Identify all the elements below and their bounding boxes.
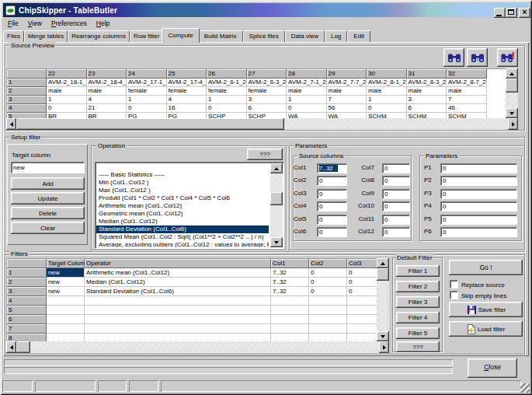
delete-button[interactable]: Delete <box>11 207 85 219</box>
preview-cell[interactable]: male <box>327 87 367 96</box>
operation-item[interactable]: Produkt (Col1 * Col2 * Col3 * Col4 * Col… <box>96 194 269 202</box>
filters-cell-col1[interactable] <box>271 334 309 341</box>
preview-cell[interactable]: male <box>47 87 87 96</box>
source-col-input-col2[interactable]: 0 <box>317 176 347 186</box>
filters-cell-col1[interactable] <box>271 324 309 334</box>
find-next-button[interactable] <box>467 48 488 67</box>
preview-cell[interactable]: 7 <box>327 96 367 104</box>
filters-cell-operator[interactable] <box>85 306 271 315</box>
filters-cell-operator[interactable] <box>85 315 271 324</box>
preview-cell[interactable]: AVM-2_17-1_25 <box>127 79 167 87</box>
preview-cell[interactable]: AVM-2_7-1_25 <box>287 79 327 87</box>
param-input-p1[interactable]: 0 <box>440 163 517 173</box>
source-col-input-col1[interactable]: 7..32 <box>317 163 347 173</box>
tab-edit[interactable]: Edit <box>347 30 370 42</box>
preview-cell[interactable]: 1 <box>127 96 167 104</box>
tab-build-matrix[interactable]: Build Matrix <box>198 30 243 42</box>
preview-cell[interactable]: AVM-2_6-3_25 <box>247 79 287 87</box>
preview-cell[interactable]: female <box>167 87 207 96</box>
preview-cell[interactable]: AVM-2_8-3_25 <box>407 79 447 87</box>
tab-files[interactable]: Files <box>3 30 24 42</box>
preview-cell[interactable]: AVM-2_18-1_25 <box>47 79 87 87</box>
filters-scroll-right-button[interactable] <box>379 341 389 353</box>
filters-hscroll-track[interactable] <box>6 341 389 353</box>
filters-cell-col1[interactable]: 7..32 <box>271 278 309 287</box>
filters-cell-col1[interactable] <box>271 296 309 306</box>
operation-item[interactable]: Squared Mean (Col1..Col2 : Sqrt( (Col1**… <box>96 233 269 241</box>
filters-cell-operator[interactable] <box>85 324 271 334</box>
filters-cell-col3[interactable] <box>347 324 377 334</box>
operation-scroll-up-button[interactable] <box>270 163 283 173</box>
filters-cell-target[interactable]: new <box>47 287 85 296</box>
preview-cell[interactable]: 1 <box>287 96 327 104</box>
preview-cell[interactable]: SCHM <box>407 113 447 118</box>
filters-cell-target[interactable] <box>47 334 85 341</box>
source-col-input-col10[interactable]: 0 <box>382 201 410 211</box>
resize-grip[interactable] <box>520 383 530 393</box>
filters-cell-target[interactable]: new <box>47 268 85 278</box>
filters-cell-col3[interactable] <box>347 315 377 324</box>
tab-splice-files[interactable]: Splice files <box>243 30 285 42</box>
source-col-input-col11[interactable]: 0 <box>382 215 410 225</box>
filters-cell-col3[interactable] <box>347 296 377 306</box>
preview-cell[interactable]: WA <box>327 113 367 118</box>
operation-item[interactable]: Standard Deviation (Col1..Col6) <box>96 225 269 233</box>
filters-cell-operator[interactable] <box>85 334 271 341</box>
preview-cell[interactable]: PG <box>167 113 207 118</box>
preview-scroll-left-button[interactable] <box>6 118 16 130</box>
target-column-input[interactable]: new <box>11 162 85 173</box>
find-button[interactable] <box>443 48 464 67</box>
preview-cell[interactable]: 7 <box>447 96 487 104</box>
preview-cell[interactable]: 16 <box>167 104 207 113</box>
filters-cell-target[interactable] <box>47 315 85 324</box>
operation-scroll-thumb[interactable] <box>270 192 283 205</box>
close-button[interactable]: Close <box>468 358 517 378</box>
filters-hscroll-thumb[interactable] <box>16 341 30 353</box>
default-filter-button-6[interactable]: ??? <box>396 341 440 352</box>
param-input-p4[interactable]: 0 <box>440 201 517 211</box>
update-button[interactable]: Update <box>11 192 85 204</box>
tab-row-filter[interactable]: Row filter <box>130 30 163 42</box>
filters-cell-col1[interactable] <box>271 315 309 324</box>
preview-scroll-down-button[interactable] <box>506 108 518 118</box>
param-input-p2[interactable]: 0 <box>440 176 517 186</box>
tab-compute[interactable]: Compute <box>162 28 199 43</box>
preview-scroll-right-button[interactable] <box>508 118 518 130</box>
filters-scroll-left-button[interactable] <box>6 341 16 353</box>
filters-cell-col1[interactable]: 7..32 <box>271 268 309 278</box>
filters-cell-col3[interactable]: 0 <box>347 278 377 287</box>
preview-cell[interactable]: male <box>447 87 487 96</box>
operation-item[interactable]: Average, excluding outliers (Col1..Col12… <box>96 241 269 247</box>
filters-cell-col2[interactable] <box>309 324 347 334</box>
filters-cell-operator[interactable]: Median (Col1..Col12) <box>85 278 271 287</box>
filters-cell-col2[interactable] <box>309 315 347 324</box>
param-input-p3[interactable]: 0 <box>440 189 517 199</box>
param-input-p5[interactable]: 0 <box>440 215 517 225</box>
tab-merge-tables[interactable]: Merge tables <box>24 30 68 42</box>
preview-cell[interactable]: male <box>287 87 327 96</box>
find-all-button[interactable]: ! <box>497 48 518 67</box>
tab-rearrange-columns[interactable]: Rearrange columns <box>68 30 130 42</box>
preview-cell[interactable]: female <box>207 87 247 96</box>
preview-cell[interactable]: 3 <box>407 96 447 104</box>
preview-scroll-up-button[interactable] <box>506 68 518 79</box>
filters-cell-target[interactable] <box>47 324 85 334</box>
operation-item[interactable]: Arithmetic mean (Col1..Col12) <box>96 202 269 210</box>
preview-cell[interactable]: WA <box>287 113 327 118</box>
filters-cell-col2[interactable]: 0 <box>309 287 347 296</box>
filters-cell-col3[interactable]: 0 <box>347 268 377 278</box>
preview-cell[interactable]: 6 <box>407 104 447 113</box>
preview-cell[interactable]: AVM-2_8-1_25 <box>367 79 407 87</box>
operation-scroll-down-button[interactable] <box>270 237 283 247</box>
operation-item[interactable]: ----- Basic Statistics ----- <box>96 171 269 179</box>
param-input-p6[interactable]: 0 <box>440 227 517 237</box>
preview-cell[interactable]: AVM-2_7-7_25 <box>327 79 367 87</box>
filters-cell-col3[interactable] <box>347 306 377 315</box>
source-col-input-col8[interactable]: 0 <box>382 176 410 186</box>
preview-cell[interactable]: female <box>127 87 167 96</box>
preview-cell[interactable]: SCHM <box>447 113 487 118</box>
filters-cell-operator[interactable] <box>85 296 271 306</box>
filters-scroll-down-button[interactable] <box>377 331 389 341</box>
filters-cell-col2[interactable] <box>309 296 347 306</box>
default-filter-button-5[interactable]: Filter 5 <box>396 327 440 339</box>
